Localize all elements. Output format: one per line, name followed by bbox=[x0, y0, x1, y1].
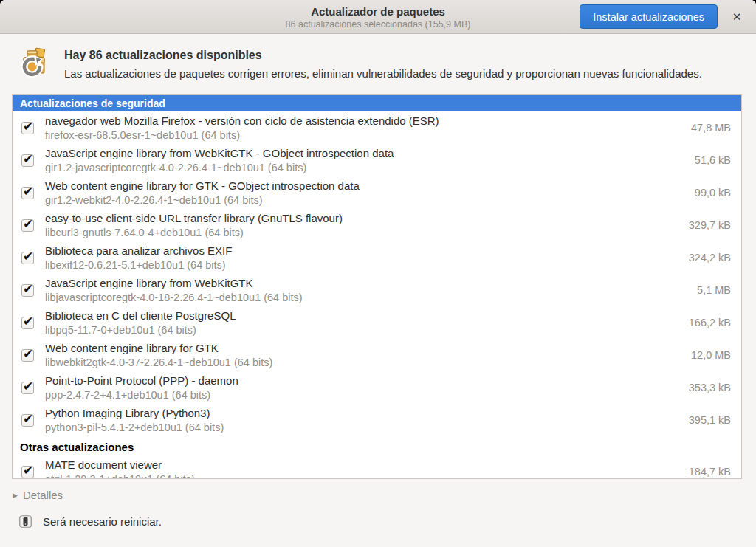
package-row[interactable]: ✔JavaScript engine library from WebKitGT… bbox=[13, 144, 741, 176]
titlebar: Actualizador de paquetes 86 actualizacio… bbox=[0, 0, 756, 34]
page-header-text: Hay 86 actualizaciones disponibles Las a… bbox=[64, 46, 702, 80]
package-size: 47,8 MB bbox=[691, 122, 731, 134]
check-icon: ✔ bbox=[23, 281, 33, 297]
package-version: libcurl3-gnutls-7.64.0-4+deb10u1 (64 bit… bbox=[45, 226, 680, 240]
package-size: 51,6 kB bbox=[695, 154, 731, 166]
check-icon: ✔ bbox=[23, 184, 33, 199]
package-texts: Biblioteca para analizar archivos EXIFli… bbox=[45, 243, 680, 272]
package-name: easy-to-use client-side URL transfer lib… bbox=[45, 210, 680, 226]
install-updates-button[interactable]: Instalar actualizaciones bbox=[580, 4, 718, 29]
expander-arrow-icon: ▶ bbox=[13, 492, 18, 499]
restart-icon bbox=[19, 515, 32, 528]
package-name: JavaScript engine library from WebKitGTK bbox=[45, 275, 688, 291]
package-texts: Python Imaging Library (Python3)python3-… bbox=[45, 405, 680, 435]
check-icon: ✔ bbox=[23, 346, 33, 362]
package-checkbox-checked[interactable]: ✔ bbox=[21, 252, 34, 264]
package-checkbox-checked[interactable]: ✔ bbox=[21, 414, 34, 427]
package-size: 329,7 kB bbox=[689, 219, 731, 231]
package-texts: JavaScript engine library from WebKitGTK… bbox=[45, 275, 688, 305]
check-icon: ✔ bbox=[23, 151, 33, 167]
package-checkbox-checked[interactable]: ✔ bbox=[21, 382, 34, 394]
package-size: 166,2 kB bbox=[689, 317, 731, 328]
updates-list: Actualizaciones de seguridad✔navegador w… bbox=[12, 94, 742, 479]
package-name: Biblioteca para analizar archivos EXIF bbox=[45, 243, 680, 258]
package-name: JavaScript engine library from WebKitGTK… bbox=[45, 145, 686, 161]
package-version: libjavascriptcoregtk-4.0-18-2.26.4-1~deb… bbox=[45, 291, 688, 305]
close-icon[interactable]: ✕ bbox=[725, 5, 749, 29]
package-checkbox-checked[interactable]: ✔ bbox=[21, 219, 34, 232]
package-checkbox-checked[interactable]: ✔ bbox=[21, 284, 34, 297]
software-update-icon bbox=[18, 47, 52, 80]
package-version: atril-1.20.3-1+deb10u1 (64 bits) bbox=[45, 472, 680, 479]
check-icon: ✔ bbox=[23, 411, 33, 427]
package-row[interactable]: ✔Web content engine library for GTKlibwe… bbox=[13, 339, 741, 371]
package-texts: MATE document vieweratril-1.20.3-1+deb10… bbox=[45, 457, 680, 479]
restart-notice-row: Será necesario reiniciar. bbox=[19, 515, 756, 528]
package-size: 353,3 kB bbox=[689, 382, 731, 393]
package-name: Web content engine library for GTK - GOb… bbox=[45, 178, 686, 193]
package-row[interactable]: ✔easy-to-use client-side URL transfer li… bbox=[13, 209, 741, 241]
page-description: Las actualizaciones de paquetes corrigen… bbox=[64, 67, 702, 80]
package-row[interactable]: ✔Python Imaging Library (Python3)python3… bbox=[13, 404, 741, 436]
check-icon: ✔ bbox=[23, 379, 33, 394]
details-label: Detalles bbox=[23, 489, 63, 501]
package-name: Web content engine library for GTK bbox=[45, 340, 682, 356]
package-texts: Point-to-Point Protocol (PPP) - daemonpp… bbox=[45, 373, 680, 402]
check-icon: ✔ bbox=[23, 119, 33, 134]
package-row[interactable]: ✔JavaScript engine library from WebKitGT… bbox=[13, 274, 741, 306]
package-size: 324,2 kB bbox=[689, 252, 731, 264]
package-row[interactable]: ✔navegador web Mozilla Firefox - versión… bbox=[13, 111, 741, 144]
page-header: Hay 86 actualizaciones disponibles Las a… bbox=[0, 34, 756, 94]
package-texts: navegador web Mozilla Firefox - versión … bbox=[45, 113, 682, 142]
package-texts: Biblioteca en C del cliente PostgreSQLli… bbox=[45, 308, 680, 337]
package-texts: easy-to-use client-side URL transfer lib… bbox=[45, 210, 680, 240]
package-row[interactable]: ✔Biblioteca para analizar archivos EXIFl… bbox=[13, 241, 741, 274]
package-name: Python Imaging Library (Python3) bbox=[45, 405, 680, 421]
package-texts: Web content engine library for GTKlibweb… bbox=[45, 340, 682, 370]
package-row[interactable]: ✔Point-to-Point Protocol (PPP) - daemonp… bbox=[13, 371, 741, 404]
package-row[interactable]: ✔Biblioteca en C del cliente PostgreSQLl… bbox=[13, 306, 741, 339]
package-version: firefox-esr-68.5.0esr-1~deb10u1 (64 bits… bbox=[45, 128, 682, 142]
restart-notice: Será necesario reiniciar. bbox=[43, 515, 162, 528]
package-checkbox-checked[interactable]: ✔ bbox=[21, 122, 34, 134]
package-version: libexif12-0.6.21-5.1+deb10u1 (64 bits) bbox=[45, 258, 680, 272]
package-version: ppp-2.4.7-2+4.1+deb10u1 (64 bits) bbox=[45, 388, 680, 402]
details-expander[interactable]: ▶ Detalles bbox=[13, 489, 756, 501]
package-size: 99,0 kB bbox=[695, 187, 731, 199]
package-updater-window: Actualizador de paquetes 86 actualizacio… bbox=[0, 0, 756, 547]
section-header-other: Otras actualizaciones bbox=[13, 436, 741, 455]
package-texts: Web content engine library for GTK - GOb… bbox=[45, 178, 686, 207]
package-row[interactable]: ✔Web content engine library for GTK - GO… bbox=[13, 176, 741, 209]
package-texts: JavaScript engine library from WebKitGTK… bbox=[45, 145, 686, 175]
check-icon: ✔ bbox=[23, 249, 33, 264]
package-name: MATE document viewer bbox=[45, 457, 680, 472]
package-checkbox-checked[interactable]: ✔ bbox=[21, 187, 34, 199]
package-version: gir1.2-javascriptcoregtk-4.0-2.26.4-1~de… bbox=[45, 161, 686, 175]
package-name: Point-to-Point Protocol (PPP) - daemon bbox=[45, 373, 680, 388]
package-version: libwebkit2gtk-4.0-37-2.26.4-1~deb10u1 (6… bbox=[45, 356, 682, 370]
package-checkbox-checked[interactable]: ✔ bbox=[21, 349, 34, 362]
package-row[interactable]: ✔MATE document vieweratril-1.20.3-1+deb1… bbox=[13, 455, 741, 479]
package-name: navegador web Mozilla Firefox - versión … bbox=[45, 113, 682, 128]
package-size: 12,0 MB bbox=[691, 349, 731, 361]
package-size: 395,1 kB bbox=[689, 414, 731, 426]
package-version: python3-pil-5.4.1-2+deb10u1 (64 bits) bbox=[45, 421, 680, 435]
page-title: Hay 86 actualizaciones disponibles bbox=[64, 49, 702, 62]
package-size: 5,1 MB bbox=[697, 284, 731, 296]
package-version: libpq5-11.7-0+deb10u1 (64 bits) bbox=[45, 323, 680, 337]
package-version: gir1.2-webkit2-4.0-2.26.4-1~deb10u1 (64 … bbox=[45, 193, 686, 207]
package-checkbox-checked[interactable]: ✔ bbox=[21, 154, 34, 167]
package-name: Biblioteca en C del cliente PostgreSQL bbox=[45, 308, 680, 323]
package-checkbox-checked[interactable]: ✔ bbox=[21, 466, 34, 478]
package-size: 184,7 kB bbox=[689, 466, 731, 478]
check-icon: ✔ bbox=[23, 314, 33, 329]
package-checkbox-checked[interactable]: ✔ bbox=[21, 317, 34, 329]
section-header-security: Actualizaciones de seguridad bbox=[13, 95, 741, 111]
check-icon: ✔ bbox=[23, 216, 33, 232]
check-icon: ✔ bbox=[23, 463, 33, 478]
